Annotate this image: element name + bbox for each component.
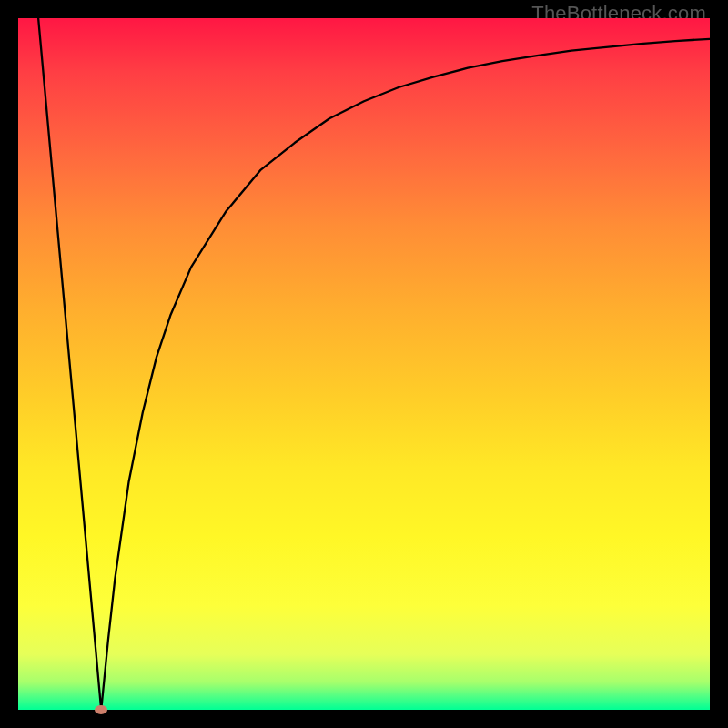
minimum-point-marker	[95, 705, 107, 714]
chart-plot-area	[18, 18, 710, 710]
bottleneck-curve	[18, 18, 710, 710]
chart-frame: TheBottleneck.com	[0, 0, 728, 728]
chart-line-svg	[18, 18, 710, 710]
